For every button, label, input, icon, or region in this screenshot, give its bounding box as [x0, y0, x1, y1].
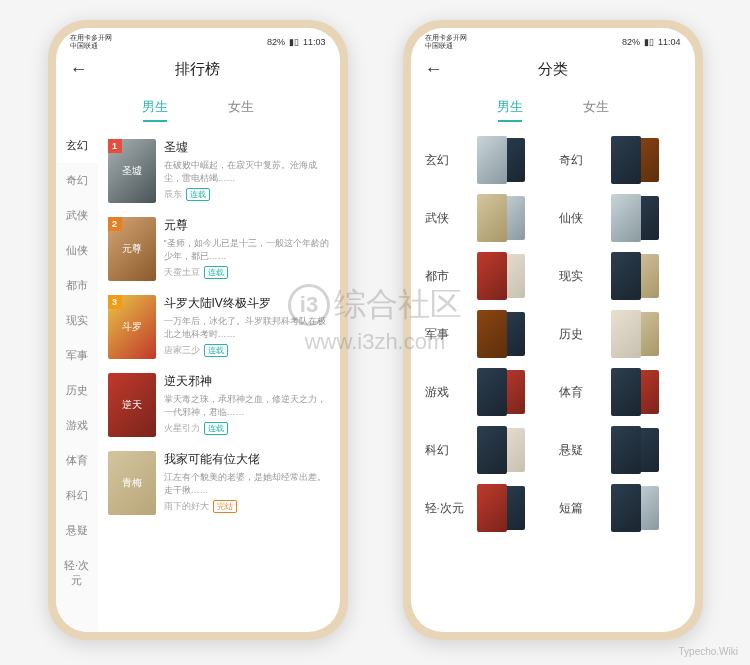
category-label: 科幻 — [425, 442, 469, 459]
sidebar-item[interactable]: 历史 — [56, 373, 98, 408]
book-item[interactable]: 1 圣墟 圣墟 在破败中崛起，在寂灭中复苏。沧海成尘，雷电枯竭…… 辰东 连载 — [108, 132, 330, 210]
category-label: 奇幻 — [559, 152, 603, 169]
battery-icon: ▮▯ — [644, 37, 654, 47]
phone-left: 在用卡多开网 中国联通 82% ▮▯ 11:03 ← 排行榜 男生 女生 玄幻 — [48, 20, 348, 640]
genre-sidebar: 玄幻 奇幻 武侠 仙侠 都市 现实 军事 历史 游戏 体育 科幻 悬疑 轻·次元 — [56, 128, 98, 632]
category-item[interactable]: 短篇 — [559, 484, 681, 532]
category-item[interactable]: 玄幻 — [425, 136, 547, 184]
status-tag: 连载 — [204, 266, 228, 279]
sidebar-item[interactable]: 仙侠 — [56, 233, 98, 268]
category-item[interactable]: 悬疑 — [559, 426, 681, 474]
carrier-line: 中国联通 — [70, 42, 112, 50]
status-tag: 完结 — [213, 500, 237, 513]
book-desc: 在破败中崛起，在寂灭中复苏。沧海成尘，雷电枯竭…… — [164, 159, 330, 184]
thumbs — [611, 136, 659, 184]
tab-male[interactable]: 男生 — [142, 98, 168, 122]
book-title: 斗罗大陆IV终极斗罗 — [164, 295, 330, 312]
book-title: 圣墟 — [164, 139, 330, 156]
category-grid: 玄幻 奇幻 武侠 仙侠 都市 现实 军事 历史 游戏 体育 科幻 悬疑 轻·次元… — [411, 128, 695, 540]
sidebar-item[interactable]: 奇幻 — [56, 163, 98, 198]
sidebar-item[interactable]: 悬疑 — [56, 513, 98, 548]
thumbs — [477, 136, 525, 184]
category-label: 短篇 — [559, 500, 603, 517]
category-label: 体育 — [559, 384, 603, 401]
book-meta: 天蚕土豆 连载 — [164, 266, 330, 279]
sidebar-item[interactable]: 武侠 — [56, 198, 98, 233]
book-info: 元尊 "圣师，如今儿已是十三，一般这个年龄的少年，都已…… 天蚕土豆 连载 — [164, 217, 330, 281]
category-item[interactable]: 轻·次元 — [425, 484, 547, 532]
book-info: 逆天邪神 掌天毒之珠，承邪神之血，修逆天之力，一代邪神，君临…… 火星引力 连载 — [164, 373, 330, 437]
category-label: 都市 — [425, 268, 469, 285]
carrier-line: 在用卡多开网 — [70, 34, 112, 42]
book-title: 我家可能有位大佬 — [164, 451, 330, 468]
tab-female[interactable]: 女生 — [228, 98, 254, 122]
battery-pct: 82% — [622, 37, 640, 47]
back-icon[interactable]: ← — [70, 59, 88, 80]
book-info: 我家可能有位大佬 江左有个貌美的老婆，是她却经常出差。走干揪…… 雨下的好大 完… — [164, 451, 330, 515]
category-item[interactable]: 现实 — [559, 252, 681, 300]
sidebar-item[interactable]: 玄幻 — [56, 128, 98, 163]
category-item[interactable]: 仙侠 — [559, 194, 681, 242]
header: ← 排行榜 — [56, 51, 340, 88]
thumbs — [611, 484, 659, 532]
category-item[interactable]: 科幻 — [425, 426, 547, 474]
phone-right: 在用卡多开网 中国联通 82% ▮▯ 11:04 ← 分类 男生 女生 玄幻 奇… — [403, 20, 703, 640]
clock: 11:03 — [303, 37, 326, 47]
rank-badge: 3 — [108, 295, 122, 309]
thumbs — [477, 426, 525, 474]
category-label: 玄幻 — [425, 152, 469, 169]
category-item[interactable]: 体育 — [559, 368, 681, 416]
sidebar-item[interactable]: 科幻 — [56, 478, 98, 513]
sidebar-item[interactable]: 体育 — [56, 443, 98, 478]
book-item[interactable]: 2 元尊 元尊 "圣师，如今儿已是十三，一般这个年龄的少年，都已…… 天蚕土豆 … — [108, 210, 330, 288]
book-author: 天蚕土豆 — [164, 266, 200, 279]
category-item[interactable]: 历史 — [559, 310, 681, 358]
category-label: 武侠 — [425, 210, 469, 227]
book-list[interactable]: 1 圣墟 圣墟 在破败中崛起，在寂灭中复苏。沧海成尘，雷电枯竭…… 辰东 连载 — [98, 128, 340, 632]
book-desc: 掌天毒之珠，承邪神之血，修逆天之力，一代邪神，君临…… — [164, 393, 330, 418]
status-tag: 连载 — [204, 344, 228, 357]
book-desc: "圣师，如今儿已是十三，一般这个年龄的少年，都已…… — [164, 237, 330, 262]
book-title: 逆天邪神 — [164, 373, 330, 390]
book-author: 雨下的好大 — [164, 500, 209, 513]
book-info: 圣墟 在破败中崛起，在寂灭中复苏。沧海成尘，雷电枯竭…… 辰东 连载 — [164, 139, 330, 203]
thumbs — [611, 426, 659, 474]
book-author: 火星引力 — [164, 422, 200, 435]
book-item[interactable]: 青梅 我家可能有位大佬 江左有个貌美的老婆，是她却经常出差。走干揪…… 雨下的好… — [108, 444, 330, 522]
book-meta: 火星引力 连载 — [164, 422, 330, 435]
sidebar-item[interactable]: 军事 — [56, 338, 98, 373]
category-label: 游戏 — [425, 384, 469, 401]
book-author: 唐家三少 — [164, 344, 200, 357]
category-label: 军事 — [425, 326, 469, 343]
book-cover: 逆天 — [108, 373, 156, 437]
status-carrier: 在用卡多开网 中国联通 — [70, 34, 112, 49]
category-item[interactable]: 都市 — [425, 252, 547, 300]
tab-female[interactable]: 女生 — [583, 98, 609, 122]
battery-icon: ▮▯ — [289, 37, 299, 47]
book-info: 斗罗大陆IV终极斗罗 一万年后，冰化了。斗罗联邦科考队在极北之地科考时…… 唐家… — [164, 295, 330, 359]
screen-right: 在用卡多开网 中国联通 82% ▮▯ 11:04 ← 分类 男生 女生 玄幻 奇… — [411, 28, 695, 632]
sidebar-item[interactable]: 都市 — [56, 268, 98, 303]
gender-tabs: 男生 女生 — [411, 88, 695, 128]
tab-male[interactable]: 男生 — [497, 98, 523, 122]
category-item[interactable]: 军事 — [425, 310, 547, 358]
sidebar-item[interactable]: 游戏 — [56, 408, 98, 443]
category-item[interactable]: 武侠 — [425, 194, 547, 242]
status-carrier: 在用卡多开网 中国联通 — [425, 34, 467, 49]
thumbs — [611, 310, 659, 358]
header: ← 分类 — [411, 51, 695, 88]
category-item[interactable]: 游戏 — [425, 368, 547, 416]
back-icon[interactable]: ← — [425, 59, 443, 80]
page-title: 分类 — [538, 60, 568, 79]
thumbs — [477, 368, 525, 416]
ranking-body: 玄幻 奇幻 武侠 仙侠 都市 现实 军事 历史 游戏 体育 科幻 悬疑 轻·次元 — [56, 128, 340, 632]
carrier-line: 在用卡多开网 — [425, 34, 467, 42]
book-item[interactable]: 逆天 逆天邪神 掌天毒之珠，承邪神之血，修逆天之力，一代邪神，君临…… 火星引力… — [108, 366, 330, 444]
book-item[interactable]: 3 斗罗 斗罗大陆IV终极斗罗 一万年后，冰化了。斗罗联邦科考队在极北之地科考时… — [108, 288, 330, 366]
category-item[interactable]: 奇幻 — [559, 136, 681, 184]
clock: 11:04 — [658, 37, 681, 47]
sidebar-item[interactable]: 现实 — [56, 303, 98, 338]
book-meta: 雨下的好大 完结 — [164, 500, 330, 513]
sidebar-item[interactable]: 轻·次元 — [56, 548, 98, 598]
book-meta: 唐家三少 连载 — [164, 344, 330, 357]
